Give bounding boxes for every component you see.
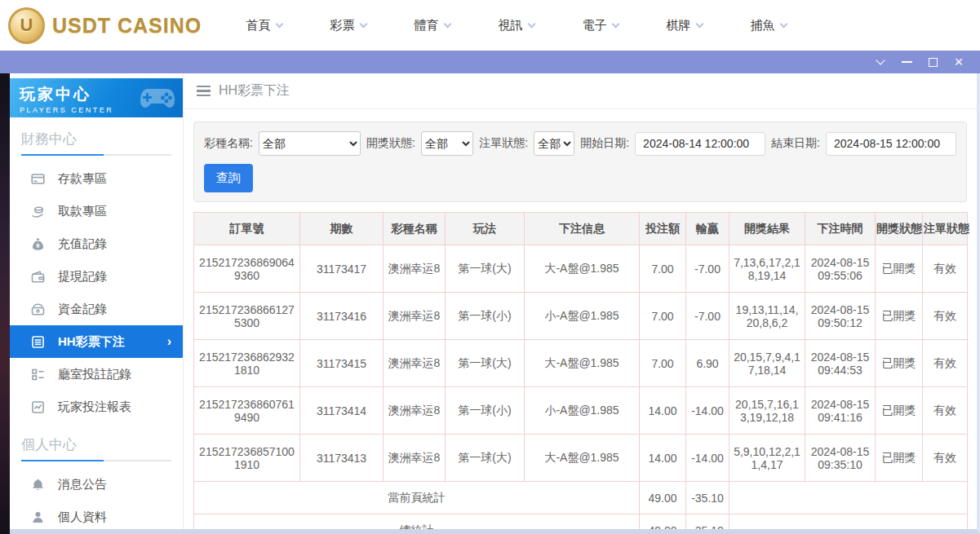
main-content: HH彩票下注 彩種名稱: 全部 開獎狀態: 全部 注單狀態: 全部 <box>184 73 977 529</box>
cell-winloss: 6.90 <box>686 340 729 387</box>
sidebar-item-profile[interactable]: 個人資料 <box>10 501 183 533</box>
lottery-name-label: 彩種名稱: <box>204 136 253 151</box>
col-play: 玩法 <box>446 213 525 245</box>
cell-order-no: 2152172368690649360 <box>194 245 300 293</box>
sidebar-item-withdraw[interactable]: 取款專區 <box>10 195 183 227</box>
draw-status-label: 開獎狀態: <box>366 136 415 151</box>
cell-period: 31173417 <box>300 245 384 293</box>
table-row: 2152172368690649360 31173417 澳洲幸运8 第一球(大… <box>194 245 968 293</box>
report-icon <box>31 400 45 414</box>
cell-bet-amount: 7.00 <box>640 245 686 293</box>
draw-status-select[interactable]: 全部 <box>421 131 473 156</box>
sidebar: 玩家中心 PLAYERS CENTER 財務中心 存款專區 取款專區 <box>10 73 184 529</box>
col-period: 期數 <box>300 213 384 245</box>
cell-draw-status: 已開獎 <box>876 340 923 387</box>
sidebar-item-player-bet-report[interactable]: 玩家投注報表 <box>10 391 183 423</box>
cell-draw-status: 已開獎 <box>876 435 923 482</box>
col-bet-amount: 投注額 <box>640 213 686 245</box>
grand-summary-empty <box>729 514 968 530</box>
cell-draw-result: 20,15,7,16,13,19,12,18 <box>729 387 805 435</box>
cell-play: 第一球(小) <box>446 387 525 435</box>
cell-play: 第一球(大) <box>446 435 525 482</box>
window-body: 玩家中心 PLAYERS CENTER 財務中心 存款專區 取款專區 <box>0 73 980 534</box>
close-icon: × <box>955 55 964 69</box>
window-titlebar: × <box>0 51 980 73</box>
sidebar-item-hh-lottery-bets[interactable]: HH彩票下注 › <box>10 325 183 358</box>
table-row: 2152172368629321810 31173415 澳洲幸运8 第一球(大… <box>194 340 968 387</box>
sidebar-item-recharge-records[interactable]: 充值記錄 <box>10 227 183 260</box>
cell-order-status: 有效 <box>923 293 968 340</box>
bell-icon <box>31 478 45 492</box>
col-bet-time: 下注時間 <box>805 213 876 245</box>
sidebar-item-announcements[interactable]: 消息公告 <box>10 468 183 501</box>
cell-bet-time: 2024-08-15 09:55:06 <box>805 245 876 293</box>
sidebar-item-label: 取款專區 <box>58 204 107 219</box>
cell-period: 31173414 <box>300 387 384 435</box>
grand-summary-winloss-total: -35.10 <box>686 514 729 530</box>
col-bet-info: 下注信息 <box>525 213 640 245</box>
cell-draw-result: 20,15,7,9,4,17,18,14 <box>729 340 805 387</box>
sidebar-item-label: 提現記錄 <box>58 269 107 285</box>
nav-item-slots[interactable]: 電子 <box>558 18 642 33</box>
nav-item-live[interactable]: 視訊 <box>474 18 558 33</box>
col-draw-result: 開獎結果 <box>729 213 805 245</box>
cell-play: 第一球(小) <box>446 293 525 340</box>
cell-bet-info: 大-A盤@1.985 <box>525 245 640 293</box>
collapse-button[interactable] <box>867 51 894 73</box>
nav-item-fishing[interactable]: 捕魚 <box>726 18 810 33</box>
search-button[interactable]: 查詢 <box>204 164 253 192</box>
cell-bet-amount: 7.00 <box>640 340 686 387</box>
hamburger-menu-icon[interactable] <box>197 86 211 97</box>
nav-item-cards[interactable]: 棋牌 <box>642 18 726 33</box>
chevron-down-icon <box>359 20 367 28</box>
cell-order-no: 2152172368629321810 <box>194 340 300 387</box>
cell-winloss: -14.00 <box>686 435 729 482</box>
cell-bet-amount: 7.00 <box>640 293 686 340</box>
close-button[interactable]: × <box>946 51 972 73</box>
nav-label: 電子 <box>583 18 607 33</box>
grand-summary-bet-total: 49.00 <box>640 514 686 530</box>
sidebar-item-funds-records[interactable]: 資金記錄 <box>10 293 183 325</box>
nav-label: 彩票 <box>330 18 355 33</box>
end-date-label: 結束日期: <box>771 136 820 151</box>
cell-bet-info: 小-A盤@1.985 <box>525 293 640 340</box>
sidebar-item-label: 充值記錄 <box>58 236 107 252</box>
page-summary-bet-total: 49.00 <box>640 482 686 514</box>
minimize-button[interactable] <box>894 51 920 73</box>
maximize-button[interactable] <box>920 51 946 73</box>
start-date-input[interactable] <box>635 132 765 156</box>
page-summary-row: 當前頁統計 49.00 -35.10 <box>194 482 968 514</box>
cell-bet-time: 2024-08-15 09:35:10 <box>805 435 876 482</box>
sidebar-item-label: 資金記錄 <box>58 302 107 317</box>
players-center-header: 玩家中心 PLAYERS CENTER <box>10 78 183 117</box>
minimize-icon <box>902 61 912 63</box>
cell-bet-amount: 14.00 <box>640 435 686 482</box>
order-status-select[interactable]: 全部 <box>534 131 574 156</box>
sidebar-item-withdrawal-records[interactable]: 提現記錄 <box>10 260 183 293</box>
cell-lottery-name: 澳洲幸运8 <box>384 340 446 387</box>
order-status-label: 注單狀態: <box>479 136 528 151</box>
section-underline <box>21 154 171 156</box>
nav-item-home[interactable]: 首頁 <box>222 18 306 33</box>
sidebar-item-label: 消息公告 <box>58 477 107 492</box>
nav-label: 棋牌 <box>667 18 691 33</box>
cell-period: 31173413 <box>300 435 384 482</box>
cell-bet-info: 大-A盤@1.985 <box>525 340 640 387</box>
sidebar-item-label: 廳室投註記錄 <box>58 367 131 382</box>
site-logo[interactable]: U USDT CASINO <box>0 7 214 44</box>
cell-order-status: 有效 <box>923 435 968 482</box>
person-icon <box>31 510 45 524</box>
nav-item-sports[interactable]: 體育 <box>390 18 474 33</box>
cell-winloss: -14.00 <box>686 387 729 435</box>
lottery-name-select[interactable]: 全部 <box>259 131 361 156</box>
sidebar-item-room-bet-records[interactable]: 廳室投註記錄 <box>10 358 183 391</box>
col-order-status: 注單狀態 <box>923 213 968 245</box>
end-date-input[interactable] <box>826 132 956 156</box>
table-row: 2152172368607619490 31173414 澳洲幸运8 第一球(小… <box>194 387 968 435</box>
section-underline <box>21 460 171 461</box>
table-row: 2152172368661275300 31173416 澳洲幸运8 第一球(小… <box>194 293 968 340</box>
nav-item-lottery[interactable]: 彩票 <box>306 18 390 33</box>
cell-lottery-name: 澳洲幸运8 <box>384 387 446 435</box>
cell-draw-status: 已開獎 <box>876 245 923 293</box>
sidebar-item-deposit[interactable]: 存款專區 <box>10 162 183 195</box>
